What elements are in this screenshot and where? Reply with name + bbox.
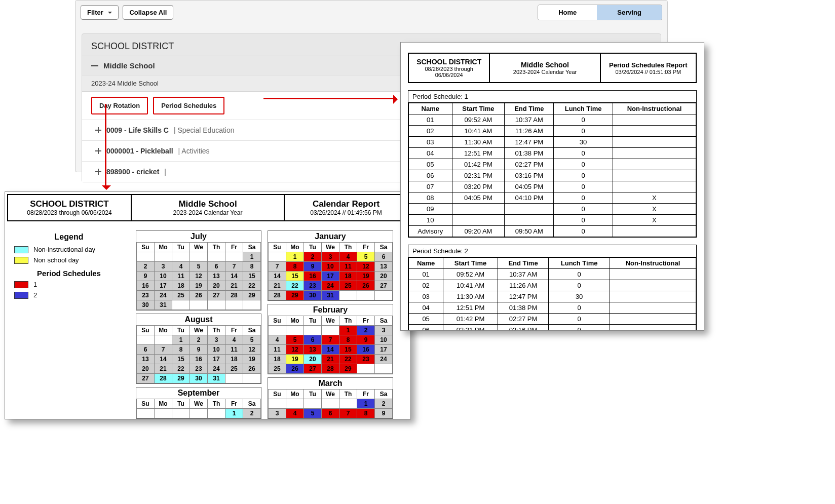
dow-header: We bbox=[322, 243, 339, 252]
ps-cell: 0 bbox=[549, 280, 610, 291]
ps-col-header: Lunch Time bbox=[554, 103, 613, 114]
home-serving-toggle: Home Serving bbox=[538, 5, 662, 20]
day-cell: 7 bbox=[225, 262, 243, 272]
arrow-to-period-report bbox=[263, 98, 395, 99]
month-july: JulySuMoTuWeThFrSa1234567891011121314151… bbox=[136, 230, 261, 311]
dow-header: Th bbox=[208, 326, 225, 335]
dow-header: Sa bbox=[243, 399, 261, 409]
day-cell: 8 bbox=[172, 345, 190, 355]
day-cell: 28 bbox=[322, 364, 339, 374]
day-cell: 2 bbox=[243, 409, 261, 418]
period-schedule-block: Period Schedule: 1 NameStart TimeEnd Tim… bbox=[408, 90, 697, 238]
day-cell: 13 bbox=[137, 355, 155, 364]
ps-cell: 04:10 PM bbox=[505, 192, 554, 204]
day-cell: 1 bbox=[286, 252, 304, 262]
day-cell: 6 bbox=[137, 345, 155, 355]
day-cell: 17 bbox=[155, 281, 172, 291]
day-cell: 8 bbox=[339, 335, 357, 345]
ps-row: 0210:41 AM11:26 AM0 bbox=[409, 126, 696, 137]
ps-cell: Advisory bbox=[409, 226, 452, 237]
ps-cell bbox=[610, 291, 696, 302]
day-cell: 25 bbox=[225, 364, 243, 374]
day-cell: 2 bbox=[137, 262, 155, 272]
ps-cell: 02 bbox=[409, 280, 443, 291]
day-cell: 1 bbox=[225, 409, 243, 418]
day-cell: 8 bbox=[357, 409, 375, 418]
ps-col-header: Name bbox=[409, 258, 443, 269]
ps-col-header: End Time bbox=[498, 258, 548, 269]
dow-header: We bbox=[190, 326, 208, 335]
day-cell: 26 bbox=[286, 364, 304, 374]
cr-stamp: 03/26/2024 // 01:49:56 PM bbox=[292, 209, 400, 216]
dow-header: Su bbox=[269, 390, 286, 399]
tab-day-rotation[interactable]: Day Rotation bbox=[91, 97, 148, 114]
day-cell: 27 bbox=[375, 281, 393, 291]
day-cell: 3 bbox=[322, 252, 339, 262]
day-cell: 31 bbox=[155, 300, 172, 310]
tab-period-schedules[interactable]: Period Schedules bbox=[153, 97, 224, 114]
day-cell: 4 bbox=[286, 409, 304, 418]
day-cell: 6 bbox=[375, 252, 393, 262]
ps-cell: 01:38 PM bbox=[498, 302, 548, 314]
ps-cell: 0 bbox=[549, 325, 610, 331]
school-name: Middle School bbox=[103, 61, 155, 70]
day-cell: 29 bbox=[339, 364, 357, 374]
dow-header: Th bbox=[208, 243, 225, 252]
dow-header: Tu bbox=[304, 390, 322, 399]
cr-range: 08/28/2023 through 06/06/2024 bbox=[15, 209, 124, 216]
ps-col-header: Non-Instructional bbox=[613, 103, 696, 114]
ps-cell: 0 bbox=[554, 226, 613, 237]
expand-icon bbox=[95, 169, 101, 175]
seg-home[interactable]: Home bbox=[538, 5, 597, 20]
day-cell: 21 bbox=[225, 281, 243, 291]
ps-row: Advisory09:20 AM09:50 AM0 bbox=[409, 226, 696, 237]
day-cell: 5 bbox=[190, 262, 208, 272]
ps-row: 0602:31 PM03:16 PM0 bbox=[409, 325, 696, 331]
ps-cell: 05 bbox=[409, 314, 443, 325]
ps-cell: 12:51 PM bbox=[452, 148, 505, 159]
ps-row: 0602:31 PM03:16 PM0 bbox=[409, 170, 696, 181]
dow-header: Su bbox=[137, 243, 155, 252]
day-cell: 21 bbox=[322, 355, 339, 364]
ps-cell: 09:50 AM bbox=[505, 226, 554, 237]
calendar-report: SCHOOL DISTRICT 08/28/2023 through 06/06… bbox=[5, 191, 411, 419]
ps-cell: 0 bbox=[549, 314, 610, 325]
ps-cell: 11:26 AM bbox=[498, 280, 548, 291]
dow-header: Fr bbox=[357, 390, 375, 399]
day-cell: 27 bbox=[208, 291, 225, 300]
seg-serving[interactable]: Serving bbox=[597, 5, 662, 20]
day-cell: 20 bbox=[304, 355, 322, 364]
ps-cell bbox=[613, 148, 696, 159]
ps-cell: 0 bbox=[554, 114, 613, 126]
ps-cell: 0 bbox=[549, 302, 610, 314]
ps-col-header: Lunch Time bbox=[549, 258, 610, 269]
day-cell: 24 bbox=[208, 364, 225, 374]
day-cell: 19 bbox=[190, 281, 208, 291]
day-cell: 7 bbox=[155, 345, 172, 355]
collapse-all-button[interactable]: Collapse All bbox=[123, 5, 173, 20]
month-february: FebruarySuMoTuWeThFrSa123456789101112131… bbox=[268, 304, 393, 374]
day-cell: 22 bbox=[243, 281, 261, 291]
day-cell: 12 bbox=[357, 262, 375, 272]
day-cell: 30 bbox=[137, 300, 155, 310]
day-cell: 4 bbox=[172, 262, 190, 272]
ps-cell: 0 bbox=[554, 126, 613, 137]
dow-header: Sa bbox=[375, 390, 393, 399]
ps-cell bbox=[610, 325, 696, 331]
filter-button[interactable]: Filter bbox=[81, 5, 119, 20]
day-cell: 4 bbox=[339, 252, 357, 262]
day-cell: 21 bbox=[269, 281, 286, 291]
swatch-nonschool bbox=[14, 257, 28, 264]
day-cell: 9 bbox=[375, 409, 393, 418]
ps-cell: 03:20 PM bbox=[452, 181, 505, 192]
dow-header: Fr bbox=[225, 243, 243, 252]
month-march: MarchSuMoTuWeThFrSa123456789 bbox=[268, 377, 393, 419]
day-cell: 28 bbox=[155, 374, 172, 383]
pr-title: Period Schedules Report bbox=[608, 61, 689, 69]
ps-row: 0804:05 PM04:10 PM0X bbox=[409, 192, 696, 204]
ps-cell: 30 bbox=[549, 291, 610, 302]
dow-header: We bbox=[190, 243, 208, 252]
collapse-icon bbox=[91, 65, 98, 66]
ps-caption: Period Schedule: 1 bbox=[408, 91, 696, 103]
pr-range: 08/28/2023 through 06/06/2024 bbox=[416, 66, 482, 78]
